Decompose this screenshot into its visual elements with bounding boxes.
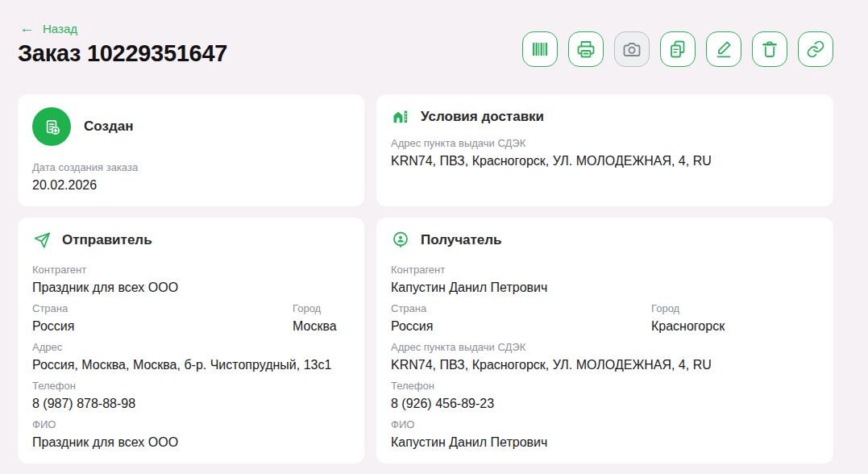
trash-icon: [760, 40, 779, 59]
field-label: Адрес пункта выдачи СДЭК: [391, 341, 819, 354]
field-value: Россия: [391, 318, 651, 335]
pickup-point-icon: [391, 107, 410, 127]
field-value: Капустин Данил Петрович: [391, 434, 819, 451]
field-value: Капустин Данил Петрович: [391, 279, 819, 297]
delivery-terms-card: Условия доставки Адрес пункта выдачи СДЭ…: [376, 94, 833, 206]
printer-icon: [576, 40, 596, 59]
field-label: ФИО: [32, 418, 350, 431]
toolbar: [522, 31, 833, 67]
send-icon: [32, 231, 52, 250]
field-label: Дата создания заказа: [32, 161, 350, 174]
field-value: 8 (987) 878-88-98: [32, 395, 350, 413]
full-name-field: ФИО Капустин Данил Петрович: [391, 418, 819, 451]
field-label: Телефон: [32, 380, 350, 393]
counterparty-field: Контрагент Капустин Данил Петрович: [391, 264, 819, 297]
copy-button[interactable]: [660, 31, 696, 67]
camera-button[interactable]: [614, 31, 650, 67]
field-value: KRN74, ПВЗ, Красногорск, УЛ. МОЛОДЕЖНАЯ,…: [391, 152, 819, 170]
status-card: Создан Дата создания заказа 20.02.2026: [18, 94, 364, 206]
arrow-left-icon: ←: [19, 20, 35, 35]
link-icon: [806, 40, 825, 59]
field-label: Страна: [32, 302, 293, 315]
field-value: Москва: [293, 318, 350, 335]
page-title: Заказ 10229351647: [18, 40, 227, 67]
edit-button[interactable]: [706, 31, 741, 67]
phone-field: Телефон 8 (926) 456-89-23: [391, 380, 819, 413]
share-link-button[interactable]: [798, 31, 833, 67]
pickup-address-field: Адрес пункта выдачи СДЭК KRN74, ПВЗ, Кра…: [391, 341, 819, 374]
city-field: Город Москва: [293, 302, 350, 335]
order-created-icon: [32, 107, 71, 146]
field-label: Телефон: [391, 380, 819, 393]
field-value: KRN74, ПВЗ, Красногорск, УЛ. МОЛОДЕЖНАЯ,…: [391, 356, 819, 374]
delete-button[interactable]: [752, 31, 787, 67]
field-label: Город: [293, 302, 350, 315]
field-value: 8 (926) 456-89-23: [391, 395, 819, 413]
back-link[interactable]: ← Назад: [19, 21, 77, 36]
address-field: Адрес Россия, Москва, Москва, б-р. Чисто…: [32, 341, 350, 374]
sender-title: Отправитель: [62, 232, 152, 248]
field-value: 20.02.2026: [32, 177, 350, 194]
print-button[interactable]: [568, 31, 604, 67]
phone-field: Телефон 8 (987) 878-88-98: [32, 380, 350, 413]
sender-card: Отправитель Контрагент Праздник для всех…: [18, 218, 364, 464]
pickup-address-field: Адрес пункта выдачи СДЭК KRN74, ПВЗ, Кра…: [391, 137, 819, 170]
receiver-title: Получатель: [421, 232, 502, 248]
field-label: Страна: [391, 302, 651, 315]
cards-grid: Создан Дата создания заказа 20.02.2026 У…: [18, 94, 833, 464]
field-value: Россия: [32, 318, 293, 335]
copy-icon: [668, 40, 687, 59]
receiver-card: Получатель Контрагент Капустин Данил Пет…: [376, 218, 833, 464]
status-title: Создан: [84, 118, 133, 135]
delivery-terms-title: Условия доставки: [421, 109, 544, 125]
field-label: ФИО: [391, 418, 819, 431]
counterparty-field: Контрагент Праздник для всех ООО: [32, 264, 350, 297]
camera-icon: [622, 40, 642, 59]
field-value: Праздник для всех ООО: [32, 279, 350, 297]
field-label: Контрагент: [391, 264, 819, 276]
creation-date-field: Дата создания заказа 20.02.2026: [32, 161, 350, 194]
field-value: Красногорск: [651, 318, 819, 335]
field-label: Адрес: [32, 341, 350, 354]
field-value: Праздник для всех ООО: [32, 434, 350, 451]
country-field: Страна Россия: [32, 302, 293, 335]
field-label: Адрес пункта выдачи СДЭК: [391, 137, 819, 150]
field-label: Контрагент: [32, 264, 350, 276]
field-label: Город: [651, 302, 819, 315]
city-field: Город Красногорск: [651, 302, 819, 335]
full-name-field: ФИО Праздник для всех ООО: [32, 418, 350, 451]
country-field: Страна Россия: [391, 302, 651, 335]
barcode-icon: [530, 40, 550, 59]
field-value: Россия, Москва, Москва, б-р. Чистопрудны…: [32, 356, 350, 374]
barcode-button[interactable]: [522, 31, 558, 67]
edit-icon: [714, 40, 733, 59]
recipient-pin-icon: [391, 231, 410, 250]
back-label: Назад: [43, 22, 77, 35]
